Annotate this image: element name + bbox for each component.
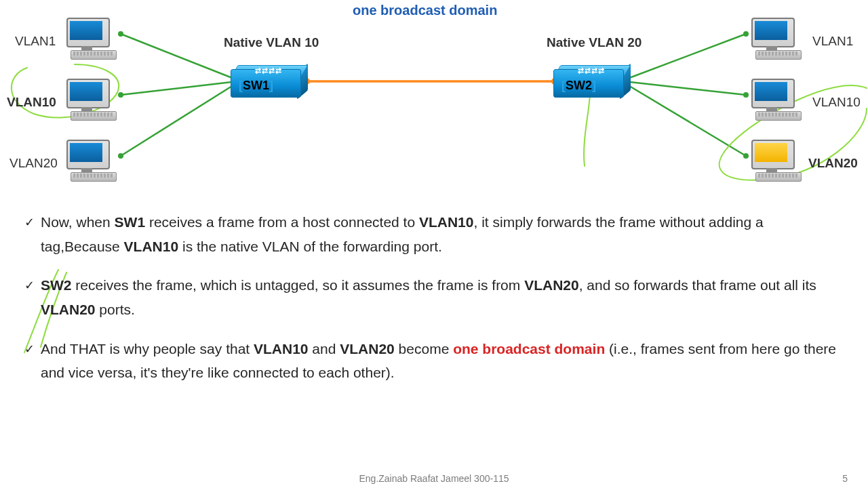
switch-native-label: Native VLAN 10 bbox=[224, 35, 319, 50]
switch-name: [SW2] bbox=[561, 79, 596, 93]
list-item: ✓ And THAT is why people say that VLAN10… bbox=[24, 337, 845, 385]
checkmark-icon: ✓ bbox=[24, 273, 41, 296]
switch-native-label: Native VLAN 20 bbox=[547, 35, 642, 50]
host-label: VLAN20 bbox=[808, 156, 858, 171]
svg-line-2 bbox=[121, 81, 237, 95]
footer-author: Eng.Zainab Raafat Jameel 300-115 bbox=[0, 473, 868, 484]
svg-line-0 bbox=[121, 34, 237, 80]
svg-point-9 bbox=[743, 92, 749, 98]
checkmark-icon: ✓ bbox=[24, 210, 41, 233]
host-label: VLAN1 bbox=[15, 34, 56, 49]
pc-icon bbox=[66, 79, 114, 118]
pc-icon bbox=[66, 140, 114, 179]
svg-point-7 bbox=[743, 31, 749, 37]
list-item: ✓ Now, when SW1 receives a frame from a … bbox=[24, 210, 845, 258]
slide-canvas: one broadcast domain VLAN1 VLAN10 VLAN20… bbox=[0, 0, 868, 488]
pc-icon bbox=[66, 18, 114, 57]
svg-point-11 bbox=[743, 153, 749, 159]
svg-line-4 bbox=[121, 83, 237, 156]
switch-name: [SW1] bbox=[239, 79, 273, 93]
host-label: VLAN10 bbox=[812, 95, 861, 110]
diagram-title: one broadcast domain bbox=[353, 3, 497, 18]
pc-icon bbox=[751, 18, 799, 57]
svg-line-6 bbox=[624, 34, 746, 80]
pc-icon bbox=[751, 79, 799, 118]
svg-point-1 bbox=[118, 31, 123, 37]
host-label: VLAN10 bbox=[7, 95, 56, 110]
svg-line-8 bbox=[624, 81, 746, 95]
list-item: ✓ SW2 receives the frame, which is untag… bbox=[24, 273, 845, 321]
host-label: VLAN20 bbox=[9, 156, 58, 171]
host-label: VLAN1 bbox=[812, 34, 853, 49]
svg-point-3 bbox=[118, 92, 123, 98]
pc-icon bbox=[751, 140, 799, 179]
network-lines bbox=[0, 0, 868, 203]
svg-point-5 bbox=[118, 153, 123, 159]
explanation-list: ✓ Now, when SW1 receives a frame from a … bbox=[24, 203, 845, 400]
page-number: 5 bbox=[842, 473, 848, 484]
svg-line-10 bbox=[624, 83, 746, 156]
checkmark-icon: ✓ bbox=[24, 337, 41, 360]
